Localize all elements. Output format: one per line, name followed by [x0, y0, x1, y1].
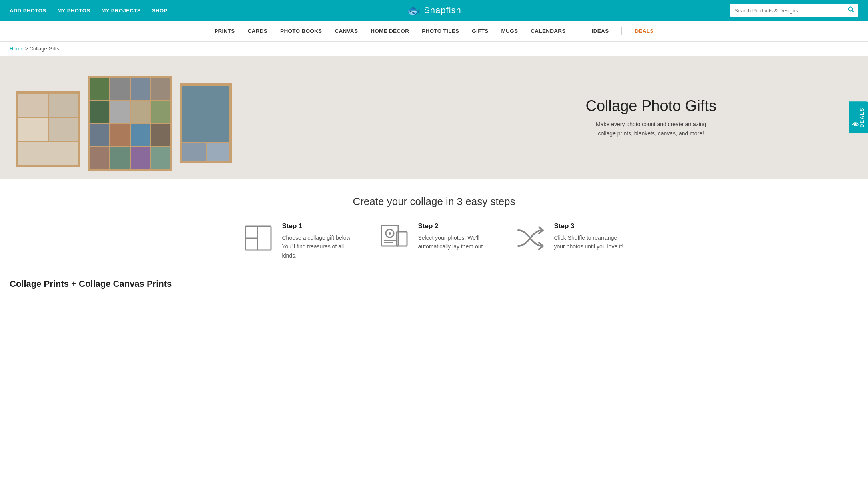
section-title-text: Collage Prints + Collage Canvas Prints: [10, 279, 172, 289]
deals-tab-icon: 👁: [852, 110, 859, 128]
step-1-icon: [242, 222, 274, 254]
collage-cell: [207, 143, 230, 161]
search-icon: [848, 7, 854, 14]
collage-cell: [110, 101, 129, 123]
step-3-item: Step 3 Click Shuffle to rearrange your p…: [514, 222, 626, 254]
steps-section: Create your collage in 3 easy steps Step…: [0, 179, 868, 272]
nav-prints[interactable]: PRINTS: [214, 28, 235, 34]
fish-icon: 🐟: [407, 4, 421, 17]
step-2-item: Step 2 Select your photos. We'll automat…: [378, 222, 490, 254]
step-3-body: Click Shuffle to rearrange your photos u…: [554, 233, 626, 251]
step-1-item: Step 1 Choose a collage gift below. You'…: [242, 222, 354, 260]
nav-deals[interactable]: DEALS: [635, 28, 653, 34]
nav-photo-tiles[interactable]: PHOTO TILES: [422, 28, 459, 34]
collage-cell: [90, 147, 109, 169]
nav-home-decor[interactable]: HOME DÉCOR: [371, 28, 409, 34]
step-2-body: Select your photos. We'll automatically …: [418, 233, 490, 251]
hero-images: [0, 56, 434, 179]
collage-cell: [18, 142, 78, 165]
collage-cell: [131, 78, 150, 100]
deals-tab-label: DEALS: [859, 107, 865, 128]
nav-cards[interactable]: CARDS: [248, 28, 268, 34]
deals-tab[interactable]: 👁 DEALS: [849, 102, 868, 133]
collage-cell: [182, 86, 229, 142]
collage-cell: [90, 78, 109, 100]
collage-cell: [151, 101, 170, 123]
svg-point-7: [389, 232, 391, 235]
hero-title: Collage Photo Gifts: [450, 97, 852, 115]
search-input[interactable]: [730, 4, 844, 17]
logo-area: 🐟 Snapfish: [407, 4, 461, 17]
breadcrumb-current: Collage Gifts: [30, 46, 59, 52]
hero-text-area: Collage Photo Gifts Make every photo cou…: [434, 89, 868, 146]
collage-cell: [90, 124, 109, 146]
top-nav-shop[interactable]: SHOP: [152, 8, 168, 14]
collage-frame-large: [88, 76, 172, 171]
collage-cell: [151, 147, 170, 169]
nav-canvas[interactable]: CANVAS: [335, 28, 358, 34]
logo-text: Snapfish: [424, 5, 461, 16]
steps-title: Create your collage in 3 easy steps: [24, 195, 844, 208]
collage-cell: [110, 147, 129, 169]
nav-ideas[interactable]: IDEAS: [592, 28, 609, 34]
nav-calendars[interactable]: CALENDARS: [531, 28, 565, 34]
collage-cell: [90, 101, 109, 123]
step-2-heading: Step 2: [418, 222, 490, 230]
collage-frame-medium: [180, 83, 232, 163]
breadcrumb-separator: >: [25, 46, 29, 52]
step-3-heading: Step 3: [554, 222, 626, 230]
collage-cell: [151, 78, 170, 100]
top-nav-my-projects[interactable]: MY PROJECTS: [101, 8, 140, 14]
collage-cell: [110, 124, 129, 146]
collage-cell: [182, 143, 206, 161]
steps-grid: Step 1 Choose a collage gift below. You'…: [24, 222, 844, 260]
nav-photo-books[interactable]: PHOTO BOOKS: [280, 28, 322, 34]
top-nav-my-photos[interactable]: MY PHOTOS: [57, 8, 90, 14]
collage-cell: [18, 118, 48, 141]
collage-cell: [131, 101, 150, 123]
hero-subtitle: Make every photo count and create amazin…: [595, 120, 707, 138]
breadcrumb: Home > Collage Gifts: [0, 42, 868, 56]
search-bar: [730, 4, 858, 17]
step-3-content: Step 3 Click Shuffle to rearrange your p…: [554, 222, 626, 251]
collage-cell: [131, 147, 150, 169]
step-1-heading: Step 1: [282, 222, 354, 230]
hero-banner: Collage Photo Gifts Make every photo cou…: [0, 56, 868, 179]
breadcrumb-home[interactable]: Home: [10, 46, 24, 52]
svg-line-1: [852, 11, 854, 12]
collage-cell: [49, 118, 78, 141]
nav-gifts[interactable]: GIFTS: [472, 28, 488, 34]
nav-divider: [579, 27, 579, 35]
top-nav-links: ADD PHOTOS MY PHOTOS MY PROJECTS SHOP: [10, 8, 168, 14]
collage-cell: [18, 94, 48, 117]
step-2-icon: [378, 222, 410, 254]
main-navigation: PRINTS CARDS PHOTO BOOKS CANVAS HOME DÉC…: [0, 21, 868, 42]
search-button[interactable]: [844, 6, 858, 14]
step-3-icon: [514, 222, 546, 254]
section-title-collage-prints: Collage Prints + Collage Canvas Prints: [0, 272, 868, 292]
step-1-body: Choose a collage gift below. You'll find…: [282, 233, 354, 260]
collage-cell: [131, 124, 150, 146]
step-2-content: Step 2 Select your photos. We'll automat…: [418, 222, 490, 251]
nav-divider-2: [621, 27, 622, 35]
collage-cell: [151, 124, 170, 146]
top-navigation: ADD PHOTOS MY PHOTOS MY PROJECTS SHOP 🐟 …: [0, 0, 868, 21]
step-1-content: Step 1 Choose a collage gift below. You'…: [282, 222, 354, 260]
collage-frame-small: [16, 91, 80, 167]
top-nav-add-photos[interactable]: ADD PHOTOS: [10, 8, 46, 14]
nav-mugs[interactable]: MUGS: [501, 28, 518, 34]
collage-cell: [110, 78, 129, 100]
collage-cell: [49, 94, 78, 117]
